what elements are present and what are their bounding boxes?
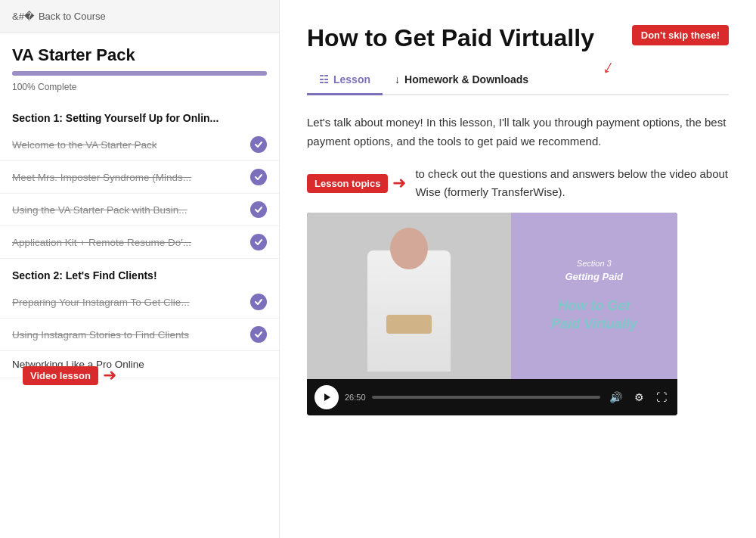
tabs-row: ☷ Lesson ↓ Homework & Downloads bbox=[307, 67, 729, 95]
lesson-item-text: Welcome to the VA Starter Pack bbox=[12, 139, 250, 151]
lesson-item[interactable]: Networking Like a Pro Online Video lesso… bbox=[0, 351, 279, 378]
lesson-item[interactable]: Using Instagram Stories to Find Clients bbox=[0, 319, 279, 351]
video-time: 26:50 bbox=[345, 393, 366, 402]
course-title: VA Starter Pack bbox=[0, 33, 279, 71]
lesson-item-text: Application Kit + Remote Resume Do'... bbox=[12, 237, 250, 248]
progress-bar-fill bbox=[12, 71, 267, 76]
lesson-item[interactable]: Application Kit + Remote Resume Do'... bbox=[0, 226, 279, 259]
check-icon bbox=[250, 326, 267, 343]
video-controls: 26:50 🔊 ⚙ ⛶ bbox=[307, 379, 677, 415]
lesson-body-p2: to check out the questions and answers b… bbox=[415, 165, 729, 203]
document-icon: ☷ bbox=[319, 73, 329, 86]
sidebar: &#� Back to Course VA Starter Pack 100% … bbox=[0, 0, 280, 538]
tab-lesson-label: Lesson bbox=[333, 73, 370, 86]
video-main-title: How to Get Paid Virtually bbox=[551, 297, 637, 333]
tab-homework[interactable]: ↓ Homework & Downloads bbox=[383, 67, 541, 95]
lesson-topics-row: Lesson topics ➜ to check out the questio… bbox=[307, 165, 729, 203]
main-content: How to Get Paid Virtually Don't skip the… bbox=[280, 0, 756, 538]
lesson-item-text: Meet Mrs. Imposter Syndrome (Minds... bbox=[12, 172, 250, 183]
lesson-topics-arrow-icon: ➜ bbox=[392, 173, 406, 193]
dont-skip-badge: Don't skip these! bbox=[632, 25, 729, 45]
lesson-body-p1: Let's talk about money! In this lesson, … bbox=[307, 114, 729, 151]
lesson-item[interactable]: Using the VA Starter Pack with Busin... bbox=[0, 194, 279, 226]
tab-homework-label: Homework & Downloads bbox=[404, 73, 528, 86]
check-icon bbox=[250, 234, 267, 250]
check-icon bbox=[250, 169, 267, 185]
check-icon bbox=[250, 136, 267, 153]
lesson-item-text: Using the VA Starter Pack with Busin... bbox=[12, 204, 250, 216]
fullscreen-icon[interactable]: ⛶ bbox=[653, 390, 670, 405]
video-lesson-arrow-icon: ➜ bbox=[103, 365, 116, 385]
video-bg-right: Section 3 Getting Paid How to Get Paid V… bbox=[511, 213, 678, 379]
check-icon bbox=[250, 201, 267, 218]
progress-bar-track bbox=[12, 71, 267, 76]
lesson-topics-badge: Lesson topics bbox=[307, 174, 388, 193]
progress-bar-container bbox=[0, 71, 279, 79]
tab-lesson[interactable]: ☷ Lesson bbox=[307, 67, 383, 95]
video-bg-left bbox=[307, 213, 511, 379]
lesson-item[interactable]: Meet Mrs. Imposter Syndrome (Minds... bbox=[0, 161, 279, 194]
check-icon bbox=[250, 294, 267, 310]
video-lesson-badge: Video lesson bbox=[23, 366, 98, 385]
svg-marker-0 bbox=[324, 393, 330, 401]
lesson-item-text: Preparing Your Instagram To Get Clie... bbox=[12, 297, 250, 308]
settings-icon[interactable]: ⚙ bbox=[631, 390, 647, 405]
back-to-course-button[interactable]: &#� Back to Course bbox=[0, 0, 279, 33]
section2-heading: Section 2: Let's Find Clients! bbox=[0, 259, 279, 286]
video-progress-bar[interactable] bbox=[372, 396, 600, 399]
video-section-label: Section 3 bbox=[577, 259, 612, 268]
progress-label: 100% Complete bbox=[0, 79, 279, 101]
video-section-title: Getting Paid bbox=[565, 271, 623, 282]
lesson-item-text: Using Instagram Stories to Find Clients bbox=[12, 329, 250, 341]
volume-icon[interactable]: 🔊 bbox=[606, 390, 625, 405]
chevron-left-icon: &#� bbox=[12, 11, 34, 22]
video-player[interactable]: Section 3 Getting Paid How to Get Paid V… bbox=[307, 213, 677, 415]
video-thumbnail: Section 3 Getting Paid How to Get Paid V… bbox=[307, 213, 677, 379]
lesson-item[interactable]: Preparing Your Instagram To Get Clie... bbox=[0, 286, 279, 319]
play-button[interactable] bbox=[314, 385, 339, 409]
section1-heading: Section 1: Setting Yourself Up for Onlin… bbox=[0, 101, 279, 129]
video-bg: Section 3 Getting Paid How to Get Paid V… bbox=[307, 213, 677, 379]
lesson-item[interactable]: Welcome to the VA Starter Pack bbox=[0, 129, 279, 161]
download-icon: ↓ bbox=[395, 73, 400, 86]
back-label: Back to Course bbox=[39, 11, 106, 22]
